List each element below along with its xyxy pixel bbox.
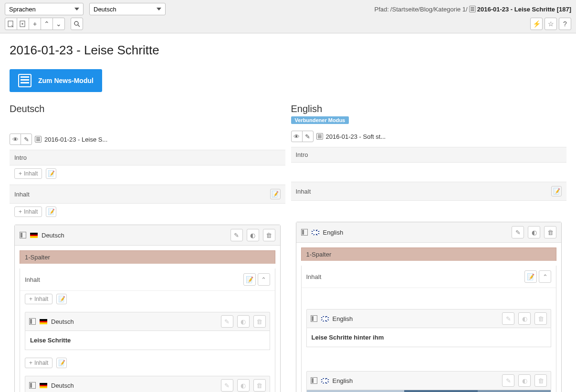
page-icon <box>469 6 476 12</box>
nested-element-2: Deutsch ✎ ◐ 🗑 <box>25 376 270 392</box>
flag-de-icon <box>40 319 47 324</box>
image-icon <box>311 377 317 384</box>
edit-template-icon[interactable]: 📝 <box>46 206 56 217</box>
lang-header-en: English <box>291 103 567 114</box>
toggle-block-button[interactable]: ◐ <box>528 226 540 238</box>
nested-lang: English <box>333 315 353 322</box>
dropdown-button[interactable]: ⌄ <box>52 18 65 30</box>
edit-nested-button[interactable]: ✎ <box>502 374 514 387</box>
content-block-de: Deutsch ✎ ◐ 🗑 1-Spalter Inhalt 📝 ⌃ <box>14 225 281 392</box>
doc-action-group: + ⌃ ⌄ <box>5 18 65 30</box>
news-icon <box>18 74 31 87</box>
language-select[interactable]: Deutsch <box>89 3 166 15</box>
edit-nested-button[interactable]: ✎ <box>221 379 233 392</box>
flag-en-icon <box>312 230 319 235</box>
svg-point-2 <box>74 21 78 25</box>
toggle-nested-button[interactable]: ◐ <box>518 312 531 325</box>
add-button[interactable]: + <box>29 18 41 30</box>
view-button[interactable]: 👁 <box>10 134 21 145</box>
nested-text: Leise Schritte hinter ihm <box>306 328 552 347</box>
text-icon <box>311 315 317 322</box>
inner-header: Inhalt <box>25 276 40 283</box>
edit-nested-button[interactable]: ✎ <box>502 312 514 325</box>
nested-element-1-en: English ✎ ◐ 🗑 Leise Schritte hinter ihm <box>306 309 552 347</box>
inner-header: Inhalt <box>306 273 322 280</box>
nested-element-1: Deutsch ✎ ◐ 🗑 Leise Schritte <box>25 312 270 350</box>
block-lang-label: English <box>323 229 344 236</box>
section-inhalt-en: Inhalt 📝 <box>291 182 567 201</box>
delete-nested-button[interactable]: 🗑 <box>253 315 266 328</box>
block-lang-label: Deutsch <box>42 232 64 239</box>
doc-new-button[interactable] <box>17 18 29 30</box>
add-content-intro[interactable]: + Inhalt <box>14 168 42 179</box>
grid-icon <box>301 229 308 236</box>
section-intro-en: Intro <box>291 147 567 163</box>
delete-nested-button[interactable]: 🗑 <box>534 312 547 325</box>
path-current: 2016-01-23 - Leise Schritte [187] <box>477 6 571 13</box>
path-label: Pfad: <box>374 6 388 13</box>
toggle-block-button[interactable]: ◐ <box>247 229 259 241</box>
grid-icon <box>20 232 26 238</box>
edit-block-button[interactable]: ✎ <box>512 226 524 238</box>
doc-view-button[interactable] <box>5 18 17 30</box>
column-english: English Verbundener Modus 👁 ✎ 2016-01-23… <box>291 103 567 392</box>
column-deutsch: Deutsch 👁 ✎ 2016-01-23 - Leise S... Intr… <box>10 103 285 392</box>
view-button[interactable]: 👁 <box>291 131 303 142</box>
flag-en-icon <box>321 378 329 383</box>
toggle-nested-button[interactable]: ◐ <box>237 315 250 328</box>
add-content-inhalt[interactable]: + Inhalt <box>14 206 42 217</box>
up-button[interactable]: ⌃ <box>41 18 53 30</box>
nested-element-2-en: English ✎ ◐ 🗑 <box>306 371 552 392</box>
search-button[interactable] <box>71 18 83 30</box>
edit-template-icon[interactable]: 📝 <box>56 358 67 368</box>
edit-template-icon[interactable]: 📝 <box>56 294 67 304</box>
layout-label: 1-Spalter <box>20 250 275 264</box>
edit-template-button[interactable]: 📝 <box>243 273 256 286</box>
entry-title-de[interactable]: 2016-01-23 - Leise S... <box>44 136 107 143</box>
edit-button[interactable]: ✎ <box>302 131 314 142</box>
edit-template-icon[interactable]: 📝 <box>551 186 562 196</box>
collapse-button[interactable]: ⌃ <box>539 270 551 283</box>
delete-nested-button[interactable]: 🗑 <box>253 379 266 392</box>
add-content-nested2[interactable]: + Inhalt <box>25 358 52 368</box>
page-title: 2016-01-23 - Leise Schritte <box>10 43 566 58</box>
news-module-button[interactable]: Zum News-Modul <box>10 69 102 92</box>
layout-label: 1-Spalter <box>301 248 557 261</box>
image-icon <box>29 382 36 389</box>
edit-template-icon[interactable]: 📝 <box>270 189 281 199</box>
edit-block-button[interactable]: ✎ <box>230 229 243 241</box>
page-icon <box>35 136 42 143</box>
nested-text: Leise Schritte <box>25 331 270 350</box>
breadcrumb: Pfad: /Startseite/Blog/Kategorie 1/ 2016… <box>374 6 571 13</box>
delete-nested-button[interactable]: 🗑 <box>534 374 547 387</box>
path-segments[interactable]: /Startseite/Blog/Kategorie 1/ <box>390 6 468 13</box>
bookmark-button[interactable]: ☆ <box>545 18 557 30</box>
page-icon <box>316 133 323 140</box>
collapse-button[interactable]: ⌃ <box>258 273 270 286</box>
news-button-label: Zum News-Modul <box>38 77 94 84</box>
image-preview <box>306 390 552 392</box>
flag-de-icon <box>40 383 47 388</box>
delete-block-button[interactable]: 🗑 <box>263 229 275 241</box>
main-content: 2016-01-23 - Leise Schritte Zum News-Mod… <box>0 33 576 392</box>
edit-button[interactable]: ✎ <box>21 134 32 145</box>
nested-lang: Deutsch <box>51 382 74 389</box>
section-inhalt: Inhalt 📝 <box>10 185 285 204</box>
section-intro: Intro <box>10 150 285 165</box>
nested-lang: Deutsch <box>51 318 74 325</box>
help-button[interactable]: ? <box>559 18 571 30</box>
edit-template-icon[interactable]: 📝 <box>46 168 56 179</box>
language-view-select[interactable]: Sprachen <box>5 3 84 15</box>
toggle-nested-button[interactable]: ◐ <box>518 374 531 387</box>
entry-title-en[interactable]: 2016-01-23 - Soft st... <box>326 133 386 140</box>
connected-mode-badge: Verbundener Modus <box>291 116 349 124</box>
top-toolbar: Sprachen Deutsch Pfad: /Startseite/Blog/… <box>0 0 576 33</box>
flag-de-icon <box>30 233 38 238</box>
edit-nested-button[interactable]: ✎ <box>221 315 233 328</box>
cache-button[interactable]: ⚡ <box>530 18 543 30</box>
edit-template-button[interactable]: 📝 <box>524 270 537 283</box>
delete-block-button[interactable]: 🗑 <box>544 226 556 238</box>
toggle-nested-button[interactable]: ◐ <box>237 379 250 392</box>
add-content-nested[interactable]: + Inhalt <box>25 294 52 304</box>
flag-en-icon <box>321 316 329 321</box>
